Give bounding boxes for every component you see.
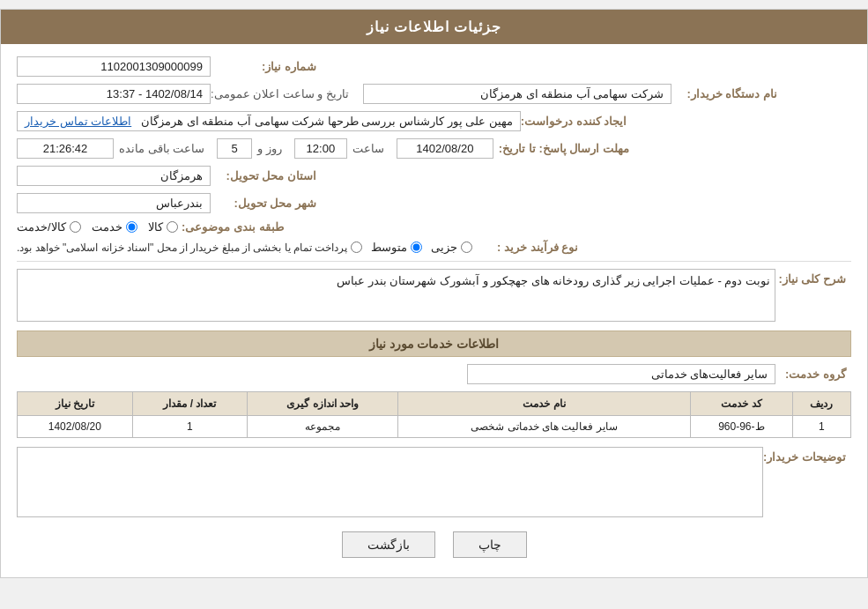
org-announce-row: نام دستگاه خریدار: شرکت سهامی آب منطقه ا… <box>17 84 851 104</box>
service-group-label: گروه خدمت: <box>775 368 846 381</box>
city-row: شهر محل تحویل: بندرعباس <box>17 193 851 213</box>
description-label: شرح کلی نیاز: <box>775 269 846 286</box>
category-radio-kala-khedmat[interactable] <box>70 221 81 233</box>
deadline-row: مهلت ارسال پاسخ: تا تاریخ: 1402/08/20 سا… <box>17 138 851 159</box>
need-number-row: شماره نیاز: 1102001309000099 <box>17 56 851 77</box>
need-number-label: شماره نیاز: <box>211 60 316 73</box>
cell-unit: مجموعه <box>248 416 398 438</box>
print-button[interactable]: چاپ <box>453 531 527 558</box>
col-quantity: تعداد / مقدار <box>132 392 247 416</box>
description-value: نوبت دوم - عملیات اجرایی زیر گذاری رودخا… <box>17 269 775 322</box>
cell-row-num: 1 <box>792 416 850 438</box>
creator-contact-link[interactable]: اطلاعات تماس خریدار <box>25 115 131 128</box>
category-row: طبقه بندی موضوعی: کالا خدمت کالا/خدمت <box>17 220 851 234</box>
services-section-title: اطلاعات خدمات مورد نیاز <box>17 330 851 357</box>
city-value: بندرعباس <box>17 193 211 213</box>
back-button[interactable]: بازگشت <box>342 531 435 558</box>
procure-option-esnad: پرداخت تمام یا بخشی از مبلغ خریدار از مح… <box>17 241 362 254</box>
creator-label: ایجاد کننده درخواست: <box>521 115 627 128</box>
col-row-num: ردیف <box>792 392 850 416</box>
buttons-row: چاپ بازگشت <box>17 531 851 558</box>
category-kala-khedmat-label: کالا/خدمت <box>17 220 66 234</box>
page-header: جزئیات اطلاعات نیاز <box>1 10 867 44</box>
need-number-value: 1102001309000099 <box>17 56 211 77</box>
category-option-khedmat: خدمت <box>92 220 137 234</box>
procure-esnad-label: پرداخت تمام یا بخشی از مبلغ خریدار از مح… <box>17 241 347 254</box>
category-option-kala: کالا <box>148 220 178 234</box>
cell-service-name: سایر فعالیت های خدماتی شخصی <box>398 416 690 438</box>
page-title: جزئیات اطلاعات نیاز <box>367 19 502 34</box>
province-value: هرمزگان <box>17 166 211 186</box>
category-option-kala-khedmat: کالا/خدمت <box>17 220 81 234</box>
col-service-name: نام خدمت <box>398 392 690 416</box>
deadline-time-label: ساعت <box>352 142 384 155</box>
cell-date: 1402/08/20 <box>18 416 133 438</box>
procure-radio-jozii[interactable] <box>461 241 472 253</box>
deadline-label: مهلت ارسال پاسخ: تا تاریخ: <box>499 142 629 155</box>
procure-radio-esnad[interactable] <box>351 241 362 253</box>
province-label: استان محل تحویل: <box>211 169 316 182</box>
deadline-days: 5 <box>217 138 252 159</box>
category-radio-khedmat[interactable] <box>126 221 137 233</box>
deadline-time: 12:00 <box>294 138 347 159</box>
procure-option-mutavasset: متوسط <box>371 241 422 254</box>
deadline-date: 1402/08/20 <box>397 138 493 159</box>
services-table-wrapper: ردیف کد خدمت نام خدمت واحد اندازه گیری ت… <box>17 391 851 438</box>
procure-jozii-label: جزیی <box>431 241 457 254</box>
page-wrapper: جزئیات اطلاعات نیاز شماره نیاز: 11020013… <box>0 9 868 578</box>
procure-mutavasset-label: متوسط <box>371 241 407 254</box>
procure-radio-mutavasset[interactable] <box>411 241 422 253</box>
service-group-row: گروه خدمت: سایر فعالیت‌های خدماتی <box>17 364 851 384</box>
cell-service-code: ط-96-960 <box>690 416 792 438</box>
col-service-code: کد خدمت <box>690 392 792 416</box>
procure-label: نوع فرآیند خرید : <box>472 241 578 254</box>
procure-options: جزیی متوسط پرداخت تمام یا بخشی از مبلغ خ… <box>17 241 472 254</box>
organization-label: نام دستگاه خریدار: <box>671 87 777 100</box>
creator-value: مهین علی پور کارشناس بررسی طرحها شرکت سه… <box>17 111 521 131</box>
procure-row: نوع فرآیند خرید : جزیی متوسط پرداخت تمام… <box>17 241 851 254</box>
description-text: نوبت دوم - عملیات اجرایی زیر گذاری رودخا… <box>337 274 770 287</box>
col-date: تاریخ نیاز <box>18 392 133 416</box>
deadline-remaining-label: ساعت باقی مانده <box>119 142 204 155</box>
content-area: شماره نیاز: 1102001309000099 نام دستگاه … <box>1 44 867 577</box>
procure-option-jozii: جزیی <box>431 241 472 254</box>
creator-text: مهین علی پور کارشناس بررسی طرحها شرکت سه… <box>141 115 513 128</box>
col-unit: واحد اندازه گیری <box>248 392 398 416</box>
announce-datetime-label: تاریخ و ساعت اعلان عمومی: <box>211 87 349 100</box>
deadline-remaining: 21:26:42 <box>17 138 114 159</box>
divider-1 <box>17 261 851 262</box>
category-khedmat-label: خدمت <box>92 220 122 234</box>
cell-quantity: 1 <box>132 416 247 438</box>
buyer-notes-row: توضیحات خریدار: <box>17 447 851 517</box>
city-label: شهر محل تحویل: <box>211 197 316 210</box>
category-label: طبقه بندی موضوعی: <box>178 220 284 234</box>
service-group-value: سایر فعالیت‌های خدماتی <box>467 364 775 384</box>
category-radio-kala[interactable] <box>167 221 178 233</box>
category-kala-label: کالا <box>148 220 163 234</box>
creator-row: ایجاد کننده درخواست: مهین علی پور کارشنا… <box>17 111 851 131</box>
buyer-notes-label: توضیحات خریدار: <box>763 447 846 464</box>
announce-datetime-value: 1402/08/14 - 13:37 <box>17 84 211 104</box>
services-table: ردیف کد خدمت نام خدمت واحد اندازه گیری ت… <box>17 391 851 438</box>
table-row: 1 ط-96-960 سایر فعالیت های خدماتی شخصی م… <box>18 416 851 438</box>
province-row: استان محل تحویل: هرمزگان <box>17 166 851 186</box>
category-radio-group: کالا خدمت کالا/خدمت <box>17 220 178 234</box>
buyer-notes-box <box>17 447 763 517</box>
description-row: شرح کلی نیاز: نوبت دوم - عملیات اجرایی ز… <box>17 269 851 322</box>
organization-value: شرکت سهامی آب منطقه ای هرمزگان <box>363 84 671 104</box>
deadline-day-label: روز و <box>257 142 282 155</box>
